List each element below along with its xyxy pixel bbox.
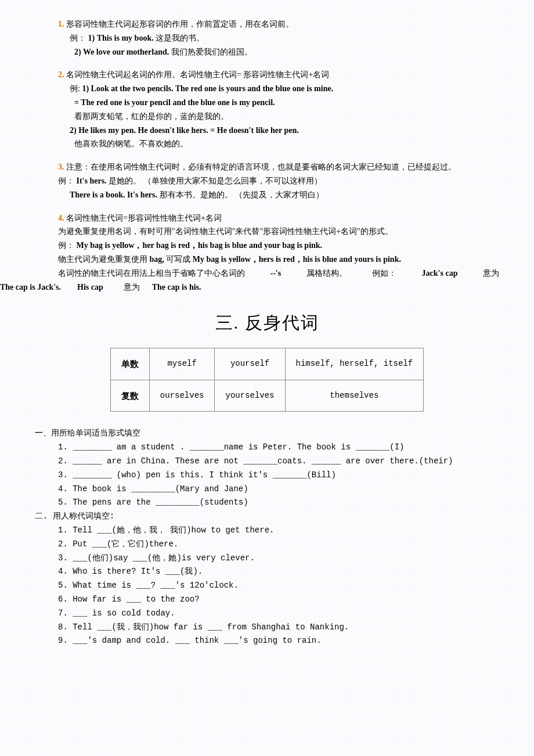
sec1-ex2: 2) We love our motherland. 我们热爱我们的祖国。 xyxy=(35,45,499,59)
sec3-text: 注意：在使用名词性物主代词时，必须有特定的语言环境，也就是要省略的名词大家已经知… xyxy=(66,163,456,171)
exA-q3: 3. ________ (who) pen is this. I think i… xyxy=(35,469,499,483)
lrow-a: The cap is Jack's. xyxy=(0,283,61,291)
table-row: 单数 myself yourself himself, herself, its… xyxy=(110,348,423,380)
sec3-ex1: 例： It's hers. 是她的。 （单独使用大家不知是怎么回事，不可以这样用… xyxy=(35,174,499,188)
sec2-ex1: 例: 1) Look at the two pencils. The red o… xyxy=(35,82,499,96)
sec4-last-row: The cap is Jack's. His cap 意为 The cap is… xyxy=(0,280,505,294)
sec2-ex2: 2) He likes my pen. He doesn't like hers… xyxy=(35,124,499,138)
exB-q2: 2. Put ___(它，它们)there. xyxy=(35,538,499,552)
exB-q7: 7. ___ is so cold today. xyxy=(35,607,499,621)
exA-q2: 2. ______ are in China. These are not __… xyxy=(35,455,499,469)
sec2-ex2-en: 2) He likes my pen. He doesn't like hers… xyxy=(70,126,299,135)
exercise-a: 一、用所给单词适当形式填空 1. ________ am a student .… xyxy=(35,427,499,510)
section-4: 4. 名词性物主代词=形容词性性物主代词+名词 为避免重复使用名词，有时可用"名… xyxy=(35,211,499,294)
table-header-plural: 复数 xyxy=(110,380,149,412)
jrow-b: --'s xyxy=(270,267,281,280)
table-cell: themselves xyxy=(285,380,424,412)
example-label: 例： xyxy=(70,34,86,42)
jrow-d: 例如： xyxy=(372,267,396,280)
table-cell: myself xyxy=(149,348,215,380)
exB-q4: 4. Who is there? It's ___(我). xyxy=(35,565,499,579)
section-2: 2. 名词性物主代词起名词的作用。名词性物主代词= 形容词性物主代词+名词 例:… xyxy=(35,68,499,151)
example-label: 例： xyxy=(58,177,74,185)
exA-q1: 1. ________ am a student . _______name i… xyxy=(35,441,499,455)
exB-q3: 3. ___(他们)say ___(他，她)is very clever. xyxy=(35,552,499,566)
exB-q5: 5. What time is ___? ___'s 12o'clock. xyxy=(35,579,499,593)
sec4-l3b: bag, xyxy=(147,255,164,264)
section-3: 3. 注意：在使用名词性物主代词时，必须有特定的语言环境，也就是要省略的名词大家… xyxy=(35,160,499,201)
sec2-text: 名词性物主代词起名词的作用。名词性物主代词= 形容词性物主代词+名词 xyxy=(66,70,329,79)
sec1-ex1: 例： 1) This is my book. 这是我的书。 xyxy=(35,31,499,45)
jrow-a: 名词性的物主代词在用法上相当于省略了中心名词的 xyxy=(58,267,245,280)
jrow-c: 属格结构。 xyxy=(306,267,347,280)
table-cell: himself, herself, itself xyxy=(285,348,424,380)
exA-q5: 5. The pens are the _________(students) xyxy=(35,496,499,510)
sec1-ex2-en: 2) We love our motherland. xyxy=(74,48,169,56)
sec3-ex2-en: There is a book. It's hers. xyxy=(70,190,157,199)
table-header-singular: 单数 xyxy=(110,348,149,380)
table-cell: yourselves xyxy=(215,380,285,412)
exA-q4: 4. The book is _________(Mary and Jane) xyxy=(35,483,499,496)
sec4-ex1: My bag is yellow，her bag is red，his bag … xyxy=(77,241,323,250)
exercise-a-title: 一、用所给单词适当形式填空 xyxy=(35,427,499,441)
sec3-line1: 3. 注意：在使用名词性物主代词时，必须有特定的语言环境，也就是要省略的名词大家… xyxy=(35,160,499,174)
table-cell: ourselves xyxy=(149,380,215,412)
sec1-line1: 1. 形容词性物主代词起形容词的作用，作前置定语，用在名词前。 xyxy=(35,17,499,31)
lrow-d: The cap is his. xyxy=(152,283,201,291)
exercise-b: 二. 用人称代词填空: 1. Tell ___(她，他，我， 我们)how to… xyxy=(35,510,499,648)
sec3-num: 3. xyxy=(58,163,64,171)
section-1: 1. 形容词性物主代词起形容词的作用，作前置定语，用在名词前。 例： 1) Th… xyxy=(35,17,499,59)
lrow-c: 意为 xyxy=(124,283,140,291)
sec2-ex1b: = The red one is your pencil and the blu… xyxy=(35,96,499,110)
sec3-ex1-cn: 是她的。 （单独使用大家不知是怎么回事，不可以这样用） xyxy=(109,177,322,185)
sec4-line2: 为避免重复使用名词，有时可用"名词性物主代词"来代替"形容词性性物主代词+名词"… xyxy=(35,225,499,239)
sec4-l3d: My bag is yellow，hers is red，his is blue… xyxy=(190,255,401,264)
sec3-ex1-en: It's hers. xyxy=(77,177,107,185)
sec4-line3: 物主代词为避免重复使用 bag, 可写成 My bag is yellow，he… xyxy=(35,253,499,267)
sec1-ex1-cn: 这是我的书。 xyxy=(156,34,204,42)
sec1-text: 形容词性物主代词起形容词的作用，作前置定语，用在名词前。 xyxy=(66,20,294,28)
reflexive-pronoun-table: 单数 myself yourself himself, herself, its… xyxy=(110,348,424,412)
exB-q8: 8. Tell ___(我，我们)how far is ___ from Sha… xyxy=(35,621,499,635)
exB-q9: 9. ___'s damp and cold. ___ think ___'s … xyxy=(35,634,499,648)
exercise-b-title: 二. 用人称代词填空: xyxy=(35,510,499,524)
section-title-3: 三. 反身代词 xyxy=(35,308,499,337)
sec4-num: 4. xyxy=(58,214,64,222)
sec4-line1: 4. 名词性物主代词=形容词性性物主代词+名词 xyxy=(35,211,499,225)
sec4-l3c: 可写成 xyxy=(166,255,190,264)
sec2-num: 2. xyxy=(58,70,64,79)
sec4-ex: 例： My bag is yellow，her bag is red，his b… xyxy=(35,239,499,253)
sec2-line1: 2. 名词性物主代词起名词的作用。名词性物主代词= 形容词性物主代词+名词 xyxy=(35,68,499,82)
sec3-ex2-cn: 那有本书。是她的。 （先提及，大家才明白） xyxy=(160,190,324,199)
exB-q6: 6. How far is ___ to the zoo? xyxy=(35,593,499,607)
sec1-ex1-en: 1) This is my book. xyxy=(88,34,154,42)
sec4-l3a: 物主代词为避免重复使用 xyxy=(58,255,147,264)
sec2-ex1-en: 1) Look at the two pencils. The red one … xyxy=(82,84,333,93)
sec2-ex1-cn: 看那两支铅笔，红的是你的，蓝的是我的。 xyxy=(35,110,499,124)
jrow-f: 意为 xyxy=(483,267,499,280)
lrow-b: His cap xyxy=(77,283,103,291)
sec1-num: 1. xyxy=(58,20,64,28)
table-cell: yourself xyxy=(215,348,285,380)
example-label: 例: xyxy=(70,84,80,93)
sec1-ex2-cn: 我们热爱我们的祖国。 xyxy=(171,48,252,56)
table-row: 复数 ourselves yourselves themselves xyxy=(110,380,423,412)
jrow-e: Jack's cap xyxy=(422,267,458,280)
sec2-ex2-cn: 他喜欢我的钢笔。不喜欢她的。 xyxy=(35,137,499,151)
example-label: 例： xyxy=(58,241,74,250)
exB-q1: 1. Tell ___(她，他，我， 我们)how to get there. xyxy=(35,524,499,538)
sec4-text: 名词性物主代词=形容词性性物主代词+名词 xyxy=(66,214,222,222)
sec3-ex2: There is a book. It's hers. 那有本书。是她的。 （先… xyxy=(35,188,499,202)
sec4-justify-row: 名词性的物主代词在用法上相当于省略了中心名词的 --'s 属格结构。 例如： J… xyxy=(35,267,499,280)
